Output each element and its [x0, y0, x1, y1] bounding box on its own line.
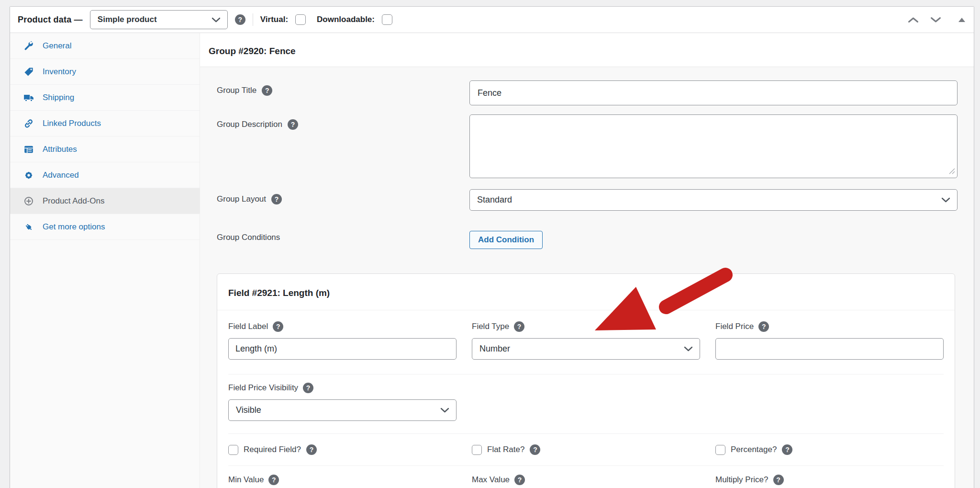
- group-heading: Group #2920: Fence: [200, 33, 974, 67]
- percentage-checkbox[interactable]: [715, 445, 725, 455]
- tab-label: Advanced: [43, 170, 79, 180]
- help-icon[interactable]: ?: [530, 444, 540, 455]
- group-description-label: Group Description: [217, 120, 282, 129]
- help-icon[interactable]: ?: [273, 321, 283, 332]
- move-down-button[interactable]: [928, 15, 943, 25]
- field-price-label: Field Price: [715, 322, 754, 331]
- add-condition-button[interactable]: Add Condition: [469, 231, 543, 249]
- tab-label: Inventory: [43, 67, 76, 77]
- downloadable-label: Downloadable:: [317, 15, 375, 24]
- max-value-label: Max Value: [472, 475, 510, 485]
- group-layout-label: Group Layout: [217, 194, 266, 204]
- downloadable-checkbox[interactable]: [382, 14, 392, 25]
- tab-label: Linked Products: [43, 119, 101, 128]
- help-icon[interactable]: ?: [306, 444, 317, 455]
- chevron-down-icon: [930, 17, 941, 23]
- required-field-option: Required Field? ?: [228, 444, 457, 455]
- tab-label: Shipping: [43, 93, 74, 102]
- metabox-title: Product data —: [18, 15, 83, 25]
- tab-shipping[interactable]: Shipping: [10, 85, 200, 111]
- price-visibility-col: Field Price Visibility ? Visible: [228, 383, 457, 421]
- tab-advanced[interactable]: Advanced: [10, 162, 200, 188]
- help-icon[interactable]: ?: [514, 475, 525, 485]
- tab-label: Product Add-Ons: [43, 196, 104, 206]
- tab-inventory[interactable]: Inventory: [10, 59, 200, 85]
- chevron-down-icon: [212, 17, 221, 23]
- wrench-icon: [23, 41, 34, 51]
- product-data-body: General Inventory Shipping Linked Produc…: [10, 33, 974, 488]
- min-value-col: Min Value ?: [228, 475, 457, 488]
- plus-circle-icon: [23, 196, 34, 206]
- group-conditions-label: Group Conditions: [217, 233, 280, 242]
- field-main-row: Field Label ? Field Type ?: [228, 310, 944, 375]
- required-field-checkbox[interactable]: [228, 445, 238, 455]
- toggle-panel-button[interactable]: [957, 16, 967, 24]
- tab-label: General: [43, 41, 71, 51]
- tab-linked-products[interactable]: Linked Products: [10, 111, 200, 136]
- multiply-price-label: Multiply Price?: [715, 475, 768, 485]
- divider: [253, 13, 253, 26]
- help-icon[interactable]: ?: [288, 119, 298, 130]
- required-field-label: Required Field?: [244, 445, 301, 454]
- group-title-input[interactable]: [469, 80, 958, 105]
- flat-rate-option: Flat Rate? ?: [472, 444, 700, 455]
- field-flags-row: Required Field? ? Flat Rate? ? Percentag…: [228, 434, 944, 466]
- tab-attributes[interactable]: Attributes: [10, 136, 200, 162]
- product-data-header: Product data — Simple product ? Virtual:…: [10, 7, 974, 33]
- chevron-down-icon: [941, 197, 950, 203]
- price-visibility-value: Visible: [236, 405, 261, 415]
- percentage-label: Percentage?: [731, 445, 777, 454]
- help-icon[interactable]: ?: [235, 14, 245, 25]
- field-heading: Field #2921: Length (m): [217, 274, 955, 310]
- help-icon[interactable]: ?: [782, 444, 792, 455]
- field-price-input[interactable]: [715, 338, 944, 360]
- group-layout-select[interactable]: Standard: [469, 189, 958, 211]
- group-conditions-row: Group Conditions Add Condition: [217, 228, 958, 249]
- price-visibility-row: Field Price Visibility ? Visible: [228, 375, 944, 434]
- tab-get-more-options[interactable]: Get more options: [10, 214, 200, 240]
- help-icon[interactable]: ?: [271, 194, 282, 204]
- move-up-button[interactable]: [906, 15, 921, 25]
- help-icon[interactable]: ?: [262, 85, 272, 96]
- group-settings-area: Group Title ? Group Description ?: [200, 67, 974, 488]
- help-icon[interactable]: ?: [268, 475, 279, 485]
- product-data-tabs: General Inventory Shipping Linked Produc…: [10, 33, 200, 488]
- tab-label: Attributes: [43, 145, 77, 154]
- resize-grip-icon[interactable]: [949, 168, 955, 174]
- group-description-textarea[interactable]: [469, 114, 958, 178]
- add-ons-panel: Group #2920: Fence Group Title ? Group D…: [200, 33, 974, 488]
- help-icon[interactable]: ?: [303, 383, 313, 393]
- tag-icon: [23, 67, 34, 77]
- field-type-col: Field Type ? Number: [472, 321, 700, 360]
- toggle-triangle-icon: [958, 18, 965, 22]
- truck-icon: [23, 92, 34, 103]
- virtual-label: Virtual:: [260, 15, 288, 24]
- group-layout-row: Group Layout ? Standard: [217, 189, 958, 211]
- group-title-row: Group Title ?: [217, 80, 958, 105]
- field-type-label: Field Type: [472, 322, 509, 331]
- tab-product-add-ons[interactable]: Product Add-Ons: [10, 188, 200, 214]
- chevron-up-icon: [908, 17, 919, 23]
- price-visibility-select[interactable]: Visible: [228, 399, 457, 421]
- group-description-row: Group Description ?: [217, 114, 958, 178]
- chevron-down-icon: [440, 408, 449, 413]
- flat-rate-checkbox[interactable]: [472, 445, 482, 455]
- help-icon[interactable]: ?: [758, 321, 769, 332]
- field-type-value: Number: [479, 344, 510, 354]
- field-label-input[interactable]: [228, 338, 457, 360]
- group-layout-value: Standard: [477, 195, 512, 205]
- percentage-option: Percentage? ?: [715, 444, 944, 455]
- tab-label: Get more options: [43, 222, 105, 232]
- field-card: Field #2921: Length (m) Field Label ?: [217, 273, 955, 488]
- product-type-value: Simple product: [98, 15, 157, 24]
- field-type-select[interactable]: Number: [472, 338, 700, 360]
- product-type-select[interactable]: Simple product: [90, 10, 228, 29]
- help-icon[interactable]: ?: [773, 475, 784, 485]
- virtual-checkbox[interactable]: [295, 14, 306, 25]
- page-scrollbar[interactable]: [974, 0, 980, 488]
- group-title-label: Group Title: [217, 86, 256, 95]
- help-icon[interactable]: ?: [514, 321, 524, 332]
- tab-general[interactable]: General: [10, 33, 200, 59]
- field-limits-row: Min Value ? Max Value ?: [228, 466, 944, 488]
- field-price-col: Field Price ?: [715, 321, 944, 360]
